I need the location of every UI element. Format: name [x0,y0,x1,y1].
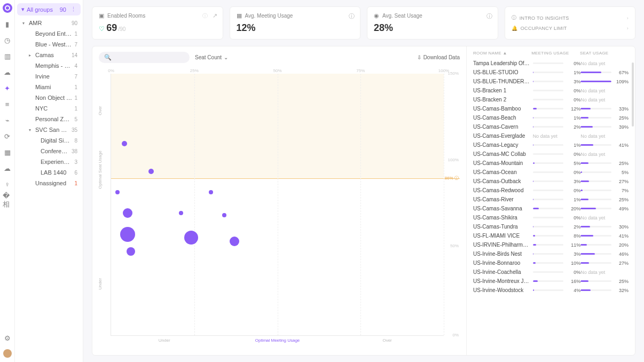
band-label: 86% ⓘ [445,175,459,181]
search-icon: 🔍 [104,54,112,61]
table-row[interactable]: US-IRVINE-Philharmonie11%20% [473,240,629,249]
tree-item[interactable]: Personal ZoomRo...5 [19,114,81,124]
nav-clock-icon[interactable]: ◷ [3,35,12,45]
table-row[interactable]: US-Camas-Mountain5%25% [473,159,629,168]
table-row[interactable]: US-Camas-Bamboo12%33% [473,104,629,113]
bubble[interactable] [123,208,132,218]
tree-item[interactable]: Unassigned1 [19,178,81,188]
table-row[interactable]: US-Irvine-Coachella0%No data yet [473,267,629,277]
nav-refresh-icon[interactable]: ⟳ [3,131,12,141]
groups-sidebar: ▾ All groups 90 ⋮ ▾AMR90Beyond Entertain… [15,0,83,362]
nav-cloud2-icon[interactable]: ☁ [3,163,12,173]
tree-item[interactable]: Beyond Entertain...1 [19,28,81,39]
nav-sliders-icon[interactable]: ≡ [3,99,12,109]
bubble[interactable] [148,169,154,174]
nav-cloud-icon[interactable]: ☁ [3,67,12,77]
table-row[interactable]: US-Camas-Legacy1%41% [473,140,629,149]
all-groups-label: All groups [27,6,53,13]
tree-item[interactable]: Memphis - USDC4 [19,60,81,71]
info-icon[interactable]: ⓘ [486,12,492,20]
tree-item[interactable]: Digital Signage8 [19,135,81,146]
scrollbar[interactable] [632,62,634,127]
settings-icon[interactable]: ⚙ [3,333,12,343]
nav-dashboard-icon[interactable]: ▮ [3,19,12,29]
col-room-name[interactable]: ROOM NAME ▲ [473,51,531,56]
bubble[interactable] [179,211,183,215]
all-groups-header[interactable]: ▾ All groups 90 ⋮ [17,3,81,15]
insight-link[interactable]: ⓘINTRO TO INSIGHTS› [512,12,629,23]
table-row[interactable]: US-Bracken 10%No data yet [473,86,629,95]
table-row[interactable]: US-Irvine-Woodstock4%32% [473,286,629,295]
table-row[interactable]: US-Camas-Cavern2%39% [473,122,629,131]
table-row[interactable]: US-Camas-Tundra2%30% [473,222,629,231]
avatar[interactable] [3,349,12,358]
info-icon[interactable]: ⓘ [202,12,208,20]
nav-tune-icon[interactable]: �相 [3,195,12,205]
table-row[interactable]: US-Camas-Beach1%25% [473,113,629,122]
caret-icon: ▾ [21,6,25,13]
rooms-icon: ▣ [99,12,104,19]
bubble[interactable] [122,141,127,146]
table-row[interactable]: US-Camas-Outback3%27% [473,177,629,186]
nav-book-icon[interactable]: ▥ [3,51,12,61]
nav-bulb-icon[interactable]: ♀ [3,179,12,189]
table-row[interactable]: US-Camas-River1%25% [473,195,629,204]
bubble[interactable] [230,237,239,246]
nav-bug-icon[interactable]: ⌁ [3,115,12,125]
table-row[interactable]: US-Camas-EvergladeNo data yetNo data yet [473,131,629,140]
tree-item[interactable]: Non Object - Port...1 [19,92,81,103]
tree-item[interactable]: Irvine7 [19,71,81,82]
kpi-label: Avg. Meeting Usage [245,13,293,19]
table-row[interactable]: US-Camas-Savanna20%49% [473,204,629,213]
table-row[interactable]: US-Bracken 20%No data yet [473,95,629,104]
info-icon[interactable]: ⓘ [349,12,355,20]
bubble[interactable] [184,231,198,245]
bubble[interactable] [115,190,120,194]
table-row[interactable]: US-Camas-MC Collab0%No data yet [473,149,629,159]
tree-item[interactable]: LAB 14406 [19,167,81,178]
external-link-icon[interactable]: ↗ [213,12,217,19]
col-seat-usage[interactable]: SEAT USAGE [580,51,629,56]
table-row[interactable]: US-BLUE-THUNDERDOME3%109% [473,77,629,86]
y-axis-label: Optimal Seat Usage [98,151,103,189]
table-row[interactable]: US-Irvine-Montreux Jazz16%25% [473,277,629,286]
search-input[interactable]: 🔍 [99,52,190,63]
table-row[interactable]: US-Irvine-Bonnaroo10%27% [473,258,629,267]
usage-table: ROOM NAME ▲ MEETING USAGE SEAT USAGE Tam… [466,46,635,355]
kpi-seat-usage: ◉Avg. Seat Usage 28% ⓘ [367,6,498,40]
table-row[interactable]: US-Camas-Redwood0%7% [473,186,629,195]
bubble[interactable] [222,213,226,217]
bubble[interactable] [127,247,135,256]
kpi-enabled-rooms: ▣Enabled Rooms ♡ 69/90 ⓘ ↗ [92,6,223,40]
sort-select[interactable]: Seat Count⌄ [195,54,228,60]
tree-item[interactable]: ▾SVC San Jose35 [19,124,81,135]
bubble[interactable] [209,190,213,194]
table-row[interactable]: US-BLUE-STUDIO1%67% [473,68,629,77]
table-row[interactable]: US-Camas-Ocean0%5% [473,168,629,177]
seat-icon: ◉ [374,12,379,19]
tree-item[interactable]: ▾AMR90 [19,18,81,28]
tree-item[interactable]: Miami1 [19,82,81,92]
kpi-sub: /90 [118,26,125,32]
table-row[interactable]: US-FL-MIAMI VICE8%41% [473,231,629,240]
tree-item[interactable]: NYC1 [19,103,81,114]
nav-grid-icon[interactable]: ▦ [3,147,12,157]
more-icon[interactable]: ⋮ [70,6,76,13]
group-tree: ▾AMR90Beyond Entertain...1Blue - Westlak… [17,18,81,188]
kpi-label: Avg. Seat Usage [382,13,422,19]
download-button[interactable]: ⇩Download Data [417,54,460,60]
insight-link[interactable]: 🔔OCCUPANCY LIMIT› [512,23,629,33]
table-row[interactable]: Tampa Leadership Offsite0%No data yet [473,59,629,68]
bubble[interactable] [120,227,135,242]
tree-item[interactable]: Blue - Westlake7 [19,39,81,50]
nav-insights-icon[interactable]: ✦ [3,83,12,93]
tree-item[interactable]: Conference Roo...38 [19,146,81,156]
col-meeting-usage[interactable]: MEETING USAGE [531,51,580,56]
tree-item[interactable]: ▸Camas14 [19,50,81,60]
all-groups-count: 90 [60,6,66,13]
logo-icon[interactable] [3,3,12,13]
tree-item[interactable]: Experience Center3 [19,156,81,167]
kpi-value: 12% [237,22,354,34]
table-row[interactable]: US-Irvine-Birds Nest3%46% [473,249,629,258]
table-row[interactable]: US-Camas-Shikira0%No data yet [473,213,629,222]
